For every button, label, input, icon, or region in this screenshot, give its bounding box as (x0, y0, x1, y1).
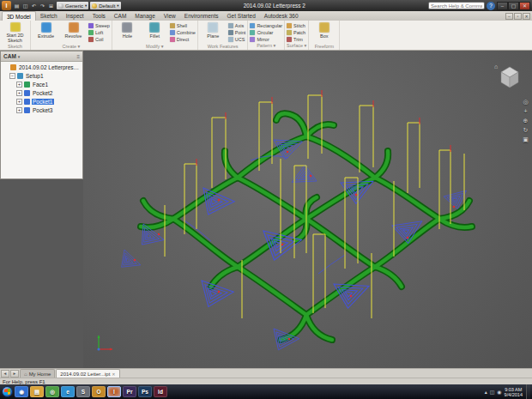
start-button[interactable] (2, 386, 13, 397)
toolpath-canvas[interactable] (83, 51, 532, 368)
ribbon-group-label[interactable]: Create ▾ (33, 43, 110, 51)
tree-item[interactable]: 2014.09.02 Letterpress 2 Operation(s) (1, 63, 82, 71)
pan-icon[interactable]: + (523, 108, 527, 114)
volume-icon[interactable]: ◉ (497, 389, 501, 395)
ribbon-button[interactable]: Mirror (250, 36, 282, 42)
browser-panel-header[interactable]: CAM ▾ ≡ (1, 51, 82, 62)
tree-expander-icon[interactable]: + (16, 107, 22, 113)
tray-expand-icon[interactable]: ▴ (485, 389, 487, 395)
zoom-icon[interactable]: ⊕ (523, 118, 529, 124)
doc-close-button[interactable]: ✕ (523, 13, 530, 20)
ribbon-group-label[interactable]: Surface ▾ (287, 42, 306, 50)
update-icon[interactable]: ⊞ (47, 2, 55, 9)
inventor-icon[interactable]: I (107, 386, 121, 397)
tree-expander-icon[interactable]: + (16, 82, 22, 88)
browser-menu-icon[interactable]: ≡ (76, 54, 80, 59)
ribbon-group-label[interactable]: Work Features (200, 43, 246, 51)
undo-icon[interactable]: ↶ (30, 2, 38, 9)
close-tab-icon[interactable]: ✕ (112, 372, 115, 377)
ribbon-group-label[interactable]: Pattern ▾ (250, 42, 282, 50)
ribbon-button[interactable]: Trim (287, 36, 305, 42)
ribbon-button[interactable]: Hole (114, 21, 141, 43)
ribbon-tab[interactable]: Sketch (36, 11, 62, 21)
viewcube[interactable]: ⌂ (494, 61, 525, 92)
ribbon-button[interactable]: Extrude (33, 21, 59, 43)
tree-item[interactable]: − Setup1 (1, 71, 82, 80)
ribbon-tab[interactable]: Get Started (223, 11, 260, 21)
ribbon-button[interactable]: Revolve (60, 21, 87, 43)
ribbon-button[interactable]: Shell (170, 22, 196, 28)
network-icon[interactable]: ◫ (490, 389, 495, 395)
ribbon-tab[interactable]: Autodesk 360 (260, 11, 303, 21)
ribbon-group-label[interactable]: Modify ▾ (114, 43, 196, 51)
close-button[interactable]: ✕ (519, 2, 530, 10)
navigation-wheel-icon[interactable]: ◎ (523, 99, 528, 105)
premiere-icon[interactable]: Pr (123, 386, 136, 397)
ribbon-tab[interactable]: Tools (88, 11, 110, 21)
look-at-icon[interactable]: ▣ (523, 136, 529, 142)
ribbon-button[interactable]: Direct (170, 36, 196, 42)
appearance-dropdown[interactable]: Default ▾ (90, 2, 120, 9)
taskbar-clock[interactable]: 9:03 AM 9/4/2014 (505, 387, 523, 397)
open-icon[interactable]: ▤ (13, 2, 21, 9)
tab-my-home[interactable]: ⌂ My Home (20, 369, 55, 378)
ribbon-button[interactable]: Fillet (142, 21, 168, 43)
application-menu-button[interactable]: I (2, 1, 11, 10)
snipping-tool-icon[interactable]: S (76, 386, 90, 397)
ribbon-button[interactable]: Axis (228, 22, 246, 28)
maximize-button[interactable]: ▢ (508, 2, 519, 10)
ribbon-button[interactable]: Coil (88, 36, 110, 42)
doc-minimize-button[interactable]: – (505, 13, 513, 20)
tree-item[interactable]: + Pocket1 (1, 97, 82, 106)
photoshop-icon[interactable]: Ps (138, 386, 152, 397)
ribbon-tab[interactable]: Manage (130, 11, 160, 21)
ribbon-button[interactable]: Sweep (88, 22, 110, 28)
ribbon-button[interactable]: Circular (250, 29, 282, 35)
tree-item[interactable]: + Pocket3 (1, 106, 82, 114)
ribbon-button[interactable]: UCS (228, 36, 246, 42)
show-desktop-button[interactable] (526, 384, 530, 399)
ribbon-tab[interactable]: 3D Model (2, 11, 36, 21)
save-icon[interactable]: ◫ (21, 2, 29, 9)
chrome-icon[interactable]: ◎ (45, 386, 59, 397)
tab-scroll-right-icon[interactable]: ▸ (10, 370, 19, 378)
ribbon-tab[interactable]: View (160, 11, 180, 21)
tree-expander-icon[interactable] (3, 64, 9, 70)
chevron-down-icon[interactable]: ▾ (18, 54, 21, 59)
ribbon-group-label[interactable]: Freeform (311, 43, 337, 51)
tree-expander-icon[interactable]: + (16, 90, 22, 96)
ribbon-button[interactable]: Box (311, 21, 337, 43)
ribbon-button[interactable]: Patch (287, 29, 305, 35)
ribbon-button[interactable]: Combine (170, 29, 196, 35)
ribbon-button[interactable]: Point (228, 29, 246, 35)
viewport-3d[interactable]: ⌂ ◎ + ⊕ ↻ ▣ (83, 51, 532, 368)
orbit-icon[interactable]: ↻ (523, 127, 529, 133)
ie-icon[interactable]: e (61, 386, 75, 397)
doc-restore-button[interactable]: ▫ (514, 13, 522, 20)
tab-document[interactable]: 2014.09.02 Letter...ipt ✕ (56, 369, 119, 378)
ribbon-group-label[interactable]: Sketch (2, 43, 28, 51)
redo-icon[interactable]: ↷ (39, 2, 46, 9)
tree-item[interactable]: + Face1 (1, 80, 82, 88)
viewcube-home-icon[interactable]: ⌂ (494, 63, 498, 70)
tree-item[interactable]: + Pocket2 (1, 88, 82, 97)
tree-expander-icon[interactable]: + (16, 99, 22, 105)
ribbon-button[interactable]: Start 2D Sketch (2, 21, 28, 43)
ribbon-button[interactable]: Loft (88, 29, 110, 35)
ribbon-tab[interactable]: Inspect (62, 11, 88, 21)
help-icon[interactable]: ? (487, 2, 495, 10)
outlook-icon[interactable]: O (92, 386, 106, 397)
tree-expander-icon[interactable]: − (9, 73, 15, 79)
tab-scroll-left-icon[interactable]: ◂ (1, 370, 9, 378)
minimize-button[interactable]: – (497, 2, 508, 10)
ribbon-tab[interactable]: CAM (110, 11, 130, 21)
media-player-icon[interactable]: ◉ (15, 386, 28, 397)
ribbon-button[interactable]: Plane (200, 21, 227, 43)
ribbon-tab[interactable]: Environments (180, 11, 223, 21)
material-dropdown[interactable]: Generic ▾ (57, 2, 88, 9)
search-input[interactable] (428, 2, 485, 9)
indesign-icon[interactable]: Id (154, 386, 167, 397)
explorer-icon[interactable]: ▤ (30, 386, 44, 397)
ribbon-button[interactable]: Stitch (287, 22, 305, 28)
ribbon-button[interactable]: Rectangular (250, 22, 282, 28)
